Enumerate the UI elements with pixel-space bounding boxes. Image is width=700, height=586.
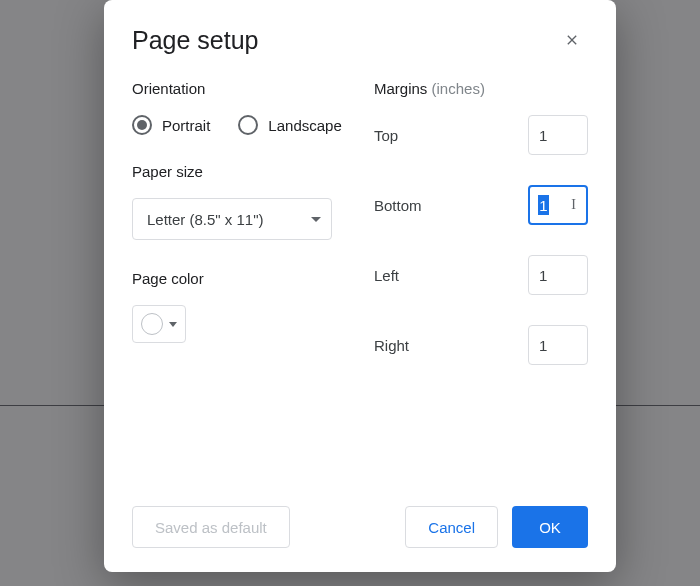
margin-bottom-input[interactable] xyxy=(528,185,588,225)
radio-icon xyxy=(132,115,152,135)
radio-label: Portrait xyxy=(162,117,210,134)
orientation-label: Orientation xyxy=(132,80,346,97)
dialog-header: Page setup xyxy=(104,0,616,60)
radio-label: Landscape xyxy=(268,117,341,134)
caret-down-icon xyxy=(169,322,177,327)
paper-size-value: Letter (8.5" x 11") xyxy=(147,211,264,228)
margin-bottom-label: Bottom xyxy=(374,197,422,214)
margin-left-label: Left xyxy=(374,267,399,284)
margin-left-row: Left xyxy=(374,255,588,295)
margin-fields: Top Bottom 1 I Left Right xyxy=(374,115,588,365)
margin-right-label: Right xyxy=(374,337,409,354)
margin-top-label: Top xyxy=(374,127,398,144)
dialog-title: Page setup xyxy=(132,26,259,55)
ok-button[interactable]: OK xyxy=(512,506,588,548)
set-as-default-button[interactable]: Saved as default xyxy=(132,506,290,548)
orientation-options: Portrait Landscape xyxy=(132,115,346,135)
margin-left-input[interactable] xyxy=(528,255,588,295)
page-color-label: Page color xyxy=(132,270,346,287)
margin-right-row: Right xyxy=(374,325,588,365)
paper-size-label: Paper size xyxy=(132,163,346,180)
margins-label: Margins (inches) xyxy=(374,80,588,97)
dialog-body: Orientation Portrait Landscape Paper siz… xyxy=(104,60,616,365)
page-setup-dialog: Page setup Orientation Portrait Landscap… xyxy=(104,0,616,572)
caret-down-icon xyxy=(311,217,321,222)
color-swatch xyxy=(141,313,163,335)
cancel-button[interactable]: Cancel xyxy=(405,506,498,548)
page-color-picker[interactable] xyxy=(132,305,186,343)
orientation-landscape-radio[interactable]: Landscape xyxy=(238,115,341,135)
close-button[interactable] xyxy=(556,24,588,56)
orientation-portrait-radio[interactable]: Portrait xyxy=(132,115,210,135)
dialog-footer: Saved as default Cancel OK xyxy=(104,488,616,572)
margin-right-input[interactable] xyxy=(528,325,588,365)
paper-size-dropdown[interactable]: Letter (8.5" x 11") xyxy=(132,198,332,240)
close-icon xyxy=(564,32,580,48)
margin-bottom-row: Bottom 1 I xyxy=(374,185,588,225)
margin-top-row: Top xyxy=(374,115,588,155)
left-column: Orientation Portrait Landscape Paper siz… xyxy=(132,80,346,365)
margin-top-input[interactable] xyxy=(528,115,588,155)
radio-icon xyxy=(238,115,258,135)
right-column: Margins (inches) Top Bottom 1 I xyxy=(374,80,588,365)
margin-bottom-input-wrap: 1 I xyxy=(528,185,588,225)
